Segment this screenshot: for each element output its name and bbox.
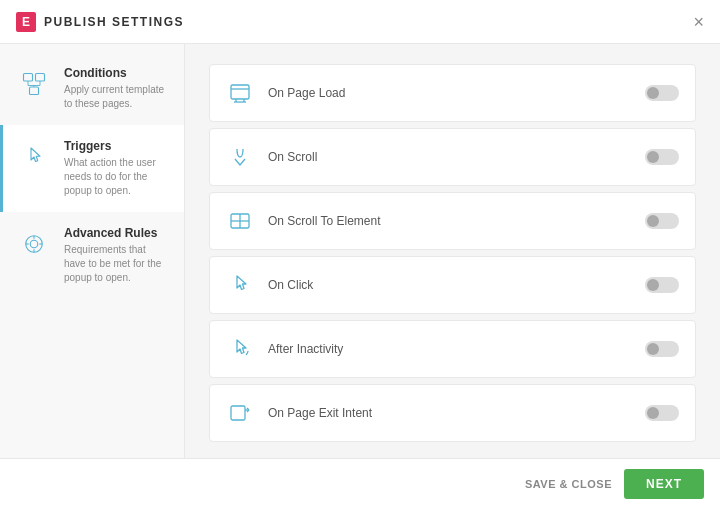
on-click-icon [226,271,254,299]
advanced-rules-text: Advanced Rules Requirements that have to… [64,226,168,285]
next-button[interactable]: NEXT [624,469,704,499]
on-scroll-label: On Scroll [268,150,631,164]
after-inactivity-label: After Inactivity [268,342,631,356]
on-page-exit-intent-toggle[interactable] [645,405,679,421]
triggers-icon [16,139,52,175]
on-scroll-to-element-toggle[interactable] [645,213,679,229]
close-button[interactable]: × [693,13,704,31]
on-page-load-label: On Page Load [268,86,631,100]
on-page-load-icon [226,79,254,107]
trigger-item-after-inactivity: After Inactivity [209,320,696,378]
advanced-rules-icon [16,226,52,262]
sidebar-item-advanced-rules[interactable]: Advanced Rules Requirements that have to… [0,212,184,299]
svg-rect-1 [36,74,45,82]
sidebar: Conditions Apply current template to the… [0,44,185,458]
on-click-toggle[interactable] [645,277,679,293]
triggers-text: Triggers What action the user needs to d… [64,139,168,198]
after-inactivity-toggle[interactable] [645,341,679,357]
sidebar-item-triggers[interactable]: Triggers What action the user needs to d… [0,125,184,212]
trigger-item-on-page-load: On Page Load [209,64,696,122]
svg-point-8 [30,240,38,248]
trigger-item-on-scroll-to-element: On Scroll To Element [209,192,696,250]
save-close-button[interactable]: SAVE & CLOSE [525,478,612,490]
svg-rect-2 [30,87,39,95]
conditions-icon [16,66,52,102]
trigger-item-on-click: On Click [209,256,696,314]
on-scroll-to-element-label: On Scroll To Element [268,214,631,228]
on-scroll-to-element-icon [226,207,254,235]
after-inactivity-icon [226,335,254,363]
svg-rect-21 [231,406,245,420]
on-page-exit-intent-icon [226,399,254,427]
modal-body: Conditions Apply current template to the… [0,44,720,458]
on-scroll-icon [226,143,254,171]
svg-rect-0 [24,74,33,82]
trigger-list: On Page Load On Scroll [209,64,696,442]
modal-title: PUBLISH SETTINGS [44,15,184,29]
on-scroll-toggle[interactable] [645,149,679,165]
on-page-load-toggle[interactable] [645,85,679,101]
on-page-exit-intent-label: On Page Exit Intent [268,406,631,420]
trigger-item-on-scroll: On Scroll [209,128,696,186]
elementor-logo: E [16,12,36,32]
content-area: On Page Load On Scroll [185,44,720,458]
modal-header: E PUBLISH SETTINGS × [0,0,720,44]
on-click-label: On Click [268,278,631,292]
sidebar-item-conditions[interactable]: Conditions Apply current template to the… [0,52,184,125]
trigger-item-on-page-exit-intent: On Page Exit Intent [209,384,696,442]
svg-rect-13 [231,85,249,99]
header-left: E PUBLISH SETTINGS [16,12,184,32]
conditions-text: Conditions Apply current template to the… [64,66,168,111]
publish-settings-modal: E PUBLISH SETTINGS × [0,0,720,509]
modal-footer: SAVE & CLOSE NEXT [0,458,720,509]
